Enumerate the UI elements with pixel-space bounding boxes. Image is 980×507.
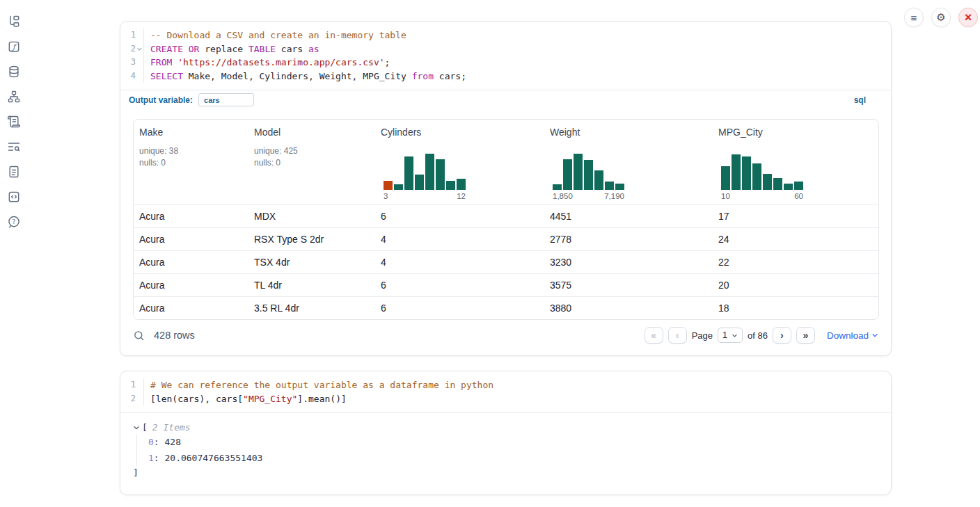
table-cell: 6	[375, 303, 544, 314]
settings-button[interactable]: ⚙	[931, 8, 951, 27]
histogram-bar[interactable]	[563, 159, 572, 190]
histogram-bar[interactable]	[773, 178, 782, 190]
file-tree-icon[interactable]	[6, 14, 22, 29]
table-cell: Acura	[134, 280, 248, 291]
python-code-editor[interactable]: 1# We can reference the output variable …	[120, 371, 891, 413]
histogram-bar[interactable]	[457, 179, 466, 190]
column-header-cylinders[interactable]: Cylinders	[381, 127, 539, 138]
code-text: SELECT Make, Model, Cylinders, Weight, M…	[144, 70, 466, 83]
collapse-caret-icon[interactable]	[133, 424, 142, 431]
histogram-max-label: 12	[457, 192, 466, 200]
language-badge: sql	[854, 95, 866, 105]
page-select-value: 1	[722, 330, 727, 340]
column-header-mpg_city[interactable]: MPG_City	[718, 127, 873, 138]
histogram-range-labels: 1,8507,190	[553, 192, 624, 200]
output-variable-input[interactable]	[198, 93, 254, 106]
line-number: 2	[120, 42, 144, 56]
histogram-bar[interactable]	[784, 184, 793, 190]
table-body: AcuraMDX6445117AcuraRSX Type S 2dr427782…	[134, 204, 878, 319]
code-line: 2CREATE OR replace TABLE cars as	[120, 42, 891, 56]
histogram-bar[interactable]	[584, 160, 593, 190]
svg-text:ƒ: ƒ	[11, 42, 17, 51]
histogram-min-label: 10	[721, 192, 730, 200]
column-stats: unique: 38nulls: 0	[139, 145, 243, 168]
token: from	[412, 71, 434, 81]
code-text: -- Download a CSV and create an in-memor…	[144, 29, 406, 42]
shutdown-icon: ×	[965, 10, 972, 25]
download-button[interactable]: Download	[827, 330, 878, 341]
menu-icon: ≡	[911, 12, 917, 24]
table-row: Acura3.5 RL 4dr6388018	[134, 296, 878, 319]
table-cell: 6	[375, 280, 544, 291]
histogram-bar[interactable]	[594, 170, 603, 190]
table-cell: TSX 4dr	[248, 257, 375, 268]
histogram-bar[interactable]	[763, 174, 772, 190]
histogram-max-label: 7,190	[604, 192, 624, 200]
table-cell: 3575	[544, 280, 713, 291]
token: FROM	[150, 57, 172, 67]
settings-icon: ⚙	[936, 11, 945, 24]
histogram-min-label: 3	[384, 192, 388, 200]
histogram-bar[interactable]	[553, 184, 562, 190]
help-icon[interactable]: ?	[6, 214, 22, 230]
snippets-icon[interactable]	[6, 189, 22, 204]
sidebar: ƒ?	[6, 14, 22, 230]
histogram-bar[interactable]	[415, 175, 424, 190]
last-page-button[interactable]: »	[796, 327, 815, 344]
table-cell: 2778	[544, 234, 713, 245]
table-cell: Acura	[134, 234, 248, 245]
variables-icon[interactable]: ƒ	[6, 39, 22, 54]
python-output: [ 2 Items 0: 4281: 20.060747663551403 ]	[120, 413, 891, 478]
fold-chevron-icon[interactable]	[136, 46, 143, 52]
column-header-weight[interactable]: Weight	[550, 127, 707, 138]
line-number-label: 3	[131, 56, 136, 70]
scratchpad-icon[interactable]	[6, 114, 22, 129]
documentation-icon[interactable]	[6, 164, 22, 179]
code-text: [len(cars), cars["MPG_City"].mean()]	[144, 392, 347, 406]
line-number-label: 1	[131, 378, 136, 392]
page-select[interactable]: 1	[718, 328, 743, 343]
line-number: 2	[120, 392, 144, 406]
histogram-bar[interactable]	[574, 154, 583, 190]
histogram-bar[interactable]	[752, 163, 761, 190]
histogram-bar[interactable]	[446, 181, 455, 190]
histogram-bar[interactable]	[742, 156, 751, 190]
first-page-button[interactable]: «	[645, 327, 663, 344]
code-text: # We can reference the output variable a…	[144, 378, 493, 392]
page-total-label: of 86	[748, 330, 768, 341]
table-cell: MDX	[248, 211, 375, 222]
page-label: Page	[692, 330, 713, 341]
prev-page-button[interactable]: ‹	[668, 327, 687, 344]
column-header-make[interactable]: Make	[139, 127, 243, 138]
histogram-bar[interactable]	[404, 156, 413, 190]
code-line: 3FROM 'https://datasets.marimo.app/cars.…	[120, 56, 891, 70]
output-variable-label: Output variable:	[129, 95, 193, 105]
logs-icon[interactable]	[6, 139, 22, 154]
line-number: 1	[120, 378, 144, 392]
sql-code-editor[interactable]: 1-- Download a CSV and create an in-memo…	[120, 22, 891, 88]
datasources-icon[interactable]	[6, 64, 22, 79]
column-header-model[interactable]: Model	[254, 127, 370, 138]
histogram-bar[interactable]	[615, 184, 624, 190]
tree-entry-key: 0	[148, 437, 154, 447]
search-icon[interactable]	[133, 330, 145, 341]
shutdown-button[interactable]: ×	[958, 8, 978, 27]
histogram-bar[interactable]	[425, 154, 434, 190]
chevron-down-icon	[871, 332, 878, 339]
histogram-bar[interactable]	[605, 182, 614, 190]
histogram-bar[interactable]	[721, 166, 730, 190]
python-cell-card: 1# We can reference the output variable …	[120, 371, 892, 495]
histogram-bar[interactable]	[436, 159, 445, 190]
menu-button[interactable]: ≡	[904, 8, 924, 27]
table-cell: 18	[713, 303, 878, 314]
table-column-header: Weight1,8507,190	[544, 120, 713, 204]
histogram-bar[interactable]	[394, 184, 403, 190]
histogram-bar[interactable]	[794, 182, 803, 190]
next-page-button[interactable]: ›	[773, 327, 791, 344]
column-stat: unique: 38	[139, 145, 243, 157]
dependencies-icon[interactable]	[6, 89, 22, 104]
histogram-bar[interactable]	[384, 181, 393, 190]
line-number: 1	[120, 29, 144, 42]
code-line: 1# We can reference the output variable …	[120, 378, 891, 392]
histogram-bar[interactable]	[732, 154, 741, 190]
